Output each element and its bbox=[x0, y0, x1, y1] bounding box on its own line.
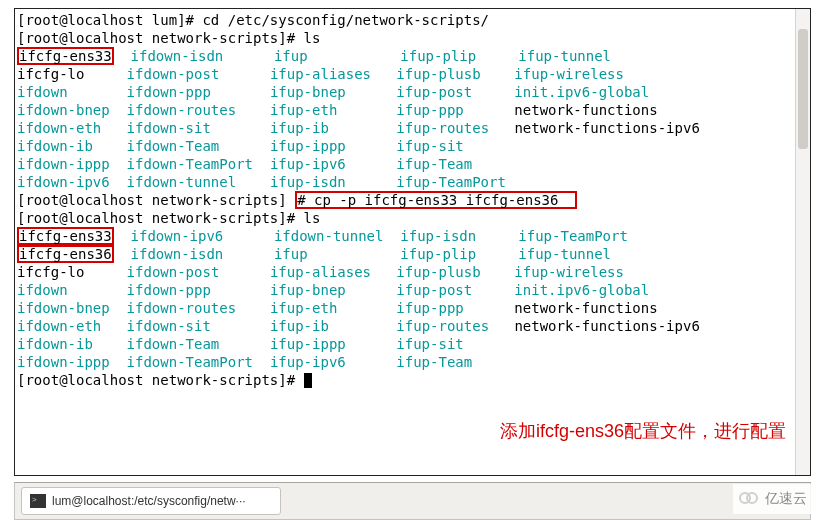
cursor[interactable] bbox=[304, 373, 312, 388]
ls-entry: ifup-TeamPort bbox=[518, 228, 628, 244]
ls-entry: ifup-sit bbox=[396, 138, 463, 154]
ls-entry: ifdown bbox=[17, 84, 68, 100]
ls-entry: ifdown-ppp bbox=[127, 84, 211, 100]
terminal-line: ifcfg-ens33 ifdown-ipv6 ifdown-tunnel if… bbox=[17, 227, 808, 245]
ls-entry: network-functions-ipv6 bbox=[514, 318, 699, 334]
ls-entry: ifup-TeamPort bbox=[396, 174, 506, 190]
ls-entry: network-functions-ipv6 bbox=[514, 120, 699, 136]
ls-entry: ifdown-isdn bbox=[131, 246, 224, 262]
taskbar-terminal-button[interactable]: lum@localhost:/etc/sysconfig/netw··· bbox=[21, 487, 281, 515]
ls-entry: ifcfg-lo bbox=[17, 264, 84, 280]
ls-entry: ifup-isdn bbox=[400, 228, 476, 244]
terminal-line: [root@localhost network-scripts]# ls bbox=[17, 209, 808, 227]
terminal-line: ifdown-eth ifdown-sit ifup-ib ifup-route… bbox=[17, 317, 808, 335]
ls-entry: init.ipv6-global bbox=[514, 282, 649, 298]
ls-entry: network-functions bbox=[514, 102, 657, 118]
ls-entry: ifdown-Team bbox=[127, 336, 220, 352]
ls-entry: ifup-plusb bbox=[396, 264, 480, 280]
highlight-box: ifcfg-ens33 bbox=[17, 47, 114, 65]
ls-entry: ifdown-ipv6 bbox=[131, 228, 224, 244]
ls-entry: ifup-aliases bbox=[270, 264, 371, 280]
terminal-line: ifdown ifdown-ppp ifup-bnep ifup-post in… bbox=[17, 83, 808, 101]
terminal-line: [root@localhost network-scripts]# ls bbox=[17, 29, 808, 47]
ls-entry: ifup-ipv6 bbox=[270, 156, 346, 172]
taskbar: lum@localhost:/etc/sysconfig/netw··· bbox=[14, 482, 811, 520]
ls-entry: ifdown-routes bbox=[127, 102, 237, 118]
ls-entry: ifdown-sit bbox=[127, 120, 211, 136]
terminal-line: ifdown-ipv6 ifdown-tunnel ifup-isdn ifup… bbox=[17, 173, 808, 191]
ls-entry: ifdown-ib bbox=[17, 336, 93, 352]
terminal-line: ifdown-bnep ifdown-routes ifup-eth ifup-… bbox=[17, 101, 808, 119]
terminal-line: [root@localhost network-scripts] # cp -p… bbox=[17, 191, 808, 209]
ls-entry: network-functions bbox=[514, 300, 657, 316]
terminal-icon bbox=[30, 494, 46, 508]
terminal-line: ifcfg-ens36 ifdown-isdn ifup ifup-plip i… bbox=[17, 245, 808, 263]
ls-entry: ifdown-ipv6 bbox=[17, 174, 110, 190]
highlight-box: # cp -p ifcfg-ens33 ifcfg-ens36 bbox=[295, 191, 577, 209]
ls-entry: ifcfg-ens36 bbox=[19, 246, 112, 262]
ls-entry: ifdown-bnep bbox=[17, 102, 110, 118]
ls-entry: ifdown-post bbox=[127, 264, 220, 280]
ls-entry: ifdown-eth bbox=[17, 318, 101, 334]
ls-entry: ifup-routes bbox=[396, 120, 489, 136]
ls-entry: ifup-plip bbox=[400, 48, 476, 64]
ls-entry: ifdown-ppp bbox=[127, 282, 211, 298]
ls-entry: ifup bbox=[274, 48, 308, 64]
terminal-window: [root@localhost lum]# cd /etc/sysconfig/… bbox=[14, 8, 811, 476]
ls-entry: ifdown-post bbox=[127, 66, 220, 82]
shell-prompt: [root@localhost lum]# bbox=[17, 12, 202, 28]
ls-entry: ifup-post bbox=[396, 282, 472, 298]
terminal-line: ifdown-eth ifdown-sit ifup-ib ifup-route… bbox=[17, 119, 808, 137]
shell-prompt: [root@localhost network-scripts] bbox=[17, 192, 295, 208]
terminal-line: ifdown-ib ifdown-Team ifup-ippp ifup-sit bbox=[17, 335, 808, 353]
shell-command[interactable]: ls bbox=[304, 30, 321, 46]
shell-prompt: [root@localhost network-scripts]# bbox=[17, 372, 304, 388]
shell-command[interactable]: cd /etc/sysconfig/network-scripts/ bbox=[202, 12, 489, 28]
terminal-line: ifdown ifdown-ppp ifup-bnep ifup-post in… bbox=[17, 281, 808, 299]
ls-entry: init.ipv6-global bbox=[514, 84, 649, 100]
ls-entry: ifdown-isdn bbox=[131, 48, 224, 64]
terminal-line: ifcfg-lo ifdown-post ifup-aliases ifup-p… bbox=[17, 263, 808, 281]
ls-entry: ifdown-tunnel bbox=[127, 174, 237, 190]
watermark: 亿速云 bbox=[733, 484, 813, 514]
ls-entry: ifdown bbox=[17, 282, 68, 298]
terminal-content[interactable]: [root@localhost lum]# cd /etc/sysconfig/… bbox=[15, 9, 810, 475]
ls-entry: ifup-plusb bbox=[396, 66, 480, 82]
terminal-line: ifcfg-lo ifdown-post ifup-aliases ifup-p… bbox=[17, 65, 808, 83]
ls-entry: ifup-ppp bbox=[396, 300, 463, 316]
ls-entry: ifcfg-ens33 bbox=[19, 228, 112, 244]
ls-entry: ifup-Team bbox=[396, 354, 472, 370]
shell-command[interactable]: ls bbox=[304, 210, 321, 226]
ls-entry: ifcfg-lo bbox=[17, 66, 84, 82]
ls-entry: ifcfg-ens33 bbox=[19, 48, 112, 64]
ls-entry: ifup bbox=[274, 246, 308, 262]
ls-entry: ifup-plip bbox=[400, 246, 476, 262]
shell-command[interactable]: # cp -p ifcfg-ens33 ifcfg-ens36 bbox=[297, 192, 575, 208]
shell-prompt: [root@localhost network-scripts]# bbox=[17, 210, 304, 226]
taskbar-title: lum@localhost:/etc/sysconfig/netw··· bbox=[52, 494, 246, 508]
ls-entry: ifup-aliases bbox=[270, 66, 371, 82]
terminal-line: ifdown-ib ifdown-Team ifup-ippp ifup-sit bbox=[17, 137, 808, 155]
highlight-box: ifcfg-ens33 bbox=[17, 227, 114, 245]
ls-entry: ifup-post bbox=[396, 84, 472, 100]
terminal-line: ifdown-ippp ifdown-TeamPort ifup-ipv6 if… bbox=[17, 353, 808, 371]
terminal-line: [root@localhost lum]# cd /etc/sysconfig/… bbox=[17, 11, 808, 29]
ls-entry: ifup-ppp bbox=[396, 102, 463, 118]
highlight-box: ifcfg-ens36 bbox=[17, 245, 114, 263]
ls-entry: ifup-bnep bbox=[270, 282, 346, 298]
ls-entry: ifup-wireless bbox=[514, 264, 624, 280]
ls-entry: ifup-bnep bbox=[270, 84, 346, 100]
ls-entry: ifdown-TeamPort bbox=[127, 354, 253, 370]
ls-entry: ifdown-ippp bbox=[17, 354, 110, 370]
ls-entry: ifdown-tunnel bbox=[274, 228, 384, 244]
ls-entry: ifup-wireless bbox=[514, 66, 624, 82]
ls-entry: ifup-eth bbox=[270, 102, 337, 118]
watermark-logo-icon bbox=[739, 489, 761, 509]
annotation-text: 添加ifcfg-ens36配置文件，进行配置 bbox=[500, 419, 786, 443]
watermark-text: 亿速云 bbox=[765, 490, 807, 508]
ls-entry: ifdown-routes bbox=[127, 300, 237, 316]
terminal-line: ifdown-ippp ifdown-TeamPort ifup-ipv6 if… bbox=[17, 155, 808, 173]
ls-entry: ifup-sit bbox=[396, 336, 463, 352]
ls-entry: ifup-tunnel bbox=[518, 48, 611, 64]
ls-entry: ifdown-ippp bbox=[17, 156, 110, 172]
